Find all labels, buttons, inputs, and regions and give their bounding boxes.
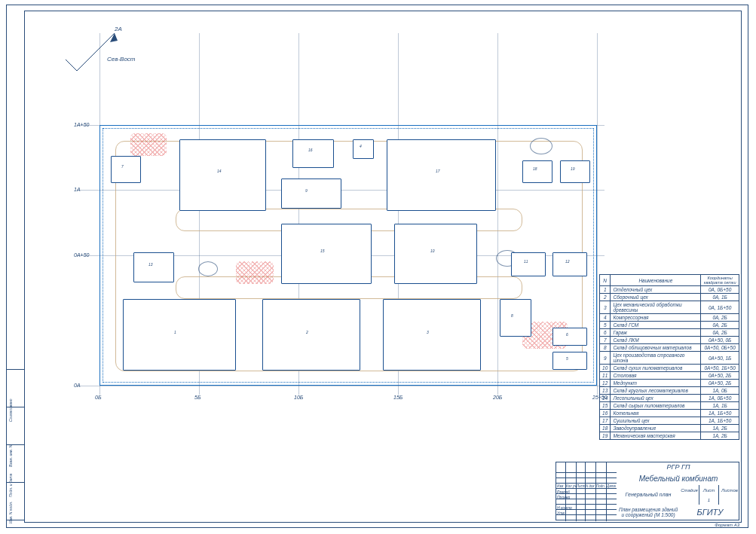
title-block-col-vals: 1 <box>680 495 740 505</box>
tree <box>198 261 218 276</box>
building-label: 14 <box>217 169 222 173</box>
building-label: 7 <box>121 165 124 169</box>
building-3 <box>383 299 481 371</box>
legend-cell-name: Сборочный цех <box>611 294 701 301</box>
building-label: 13 <box>148 263 153 267</box>
legend-cell-n: 19 <box>600 432 611 440</box>
tree <box>530 138 552 154</box>
legend-cell-name: Механическая мастерская <box>611 432 701 440</box>
legend-cell-name: Лесопильный цех <box>611 395 701 402</box>
margin-label: Инв. N подл. <box>8 502 13 523</box>
legend-row: 16Котельная1А, 1Б+50 <box>600 410 739 417</box>
legend-cell-n: 15 <box>600 402 611 410</box>
legend-row: 17Сушильный цех1А, 1Б+50 <box>600 417 739 425</box>
title-block-revisions: Изм Кол уч Лист N док Подп. Дата Разраб … <box>556 462 617 521</box>
legend-cell-n: 18 <box>600 425 611 432</box>
legend-cell-coord: 0А, 1Б+50 <box>701 301 739 314</box>
axis-label-v: 20Б <box>493 395 502 400</box>
legend-table: N Наименование Координаты квадрата сетки… <box>599 274 739 440</box>
legend-row: 9Цех производства строганого шпона0А+50,… <box>600 352 739 365</box>
legend-cell-n: 16 <box>600 410 611 417</box>
building-label: 15 <box>320 249 325 253</box>
building-label: 6 <box>566 333 568 337</box>
building-label: 4 <box>360 145 362 148</box>
legend-cell-name: Склад круглых лесоматериалов <box>611 387 701 395</box>
north-mark: 2А <box>115 26 122 32</box>
building-4 <box>353 139 374 159</box>
legend-cell-coord: 0А+50, 2Б <box>701 372 739 380</box>
axis-label-h: 1А+50 <box>74 122 89 127</box>
axis-label-v: 15Б <box>393 395 402 400</box>
vegetation <box>130 133 167 156</box>
building-2 <box>262 299 360 371</box>
legend-cell-coord: 0А+50, 1Б <box>701 352 739 365</box>
legend-cell-coord: 1А, 2Б <box>701 425 739 432</box>
legend-cell-n: 14 <box>600 395 611 402</box>
title-block: Изм Кол уч Лист N док Подп. Дата Разраб … <box>556 462 739 520</box>
legend-hdr-n: N <box>600 275 611 286</box>
legend-cell-name: Столовая <box>611 372 701 380</box>
svg-line-2 <box>66 60 77 71</box>
legend-cell-name: Компрессорная <box>611 314 701 322</box>
building-8 <box>500 299 531 337</box>
building-label: 10 <box>430 249 435 253</box>
legend-cell-n: 12 <box>600 380 611 387</box>
legend-cell-coord: 0А, 2Б <box>701 314 739 322</box>
legend-cell-name: Отделочный цех <box>611 286 701 294</box>
legend-row: 1Отделочный цех0А, 0Б+50 <box>600 286 739 294</box>
building-12 <box>552 252 587 276</box>
legend-row: 3Цех механической обработки древесины0А,… <box>600 301 739 314</box>
legend-row: 13Склад круглых лесоматериалов1А, 0Б <box>600 387 739 395</box>
building-16 <box>292 139 334 168</box>
building-label: 5 <box>566 357 568 361</box>
legend-row: 8Склад облицовочных материалов0А+50, 0Б+… <box>600 344 739 352</box>
legend-row: 18Заводоуправление1А, 2Б <box>600 425 739 432</box>
legend-row: 6Гараж0А, 2Б <box>600 329 739 337</box>
legend-cell-name: Заводоуправление <box>611 425 701 432</box>
axis-label-h: 0А <box>74 383 81 388</box>
margin-label: Взам. инв. N <box>8 445 13 467</box>
svg-line-0 <box>77 33 115 71</box>
legend-cell-name: Медпункт <box>611 380 701 387</box>
legend-row: 12Медпункт0А+50, 2Б <box>600 380 739 387</box>
title-block-project: Мебельный комбинат <box>617 473 740 485</box>
title-block-sheet-type: Генеральный план <box>617 485 680 505</box>
axis-label-h: 0А+50 <box>74 252 89 258</box>
legend-cell-name: Склад ГСМ <box>611 322 701 329</box>
legend-cell-n: 6 <box>600 329 611 337</box>
building-15 <box>281 224 372 284</box>
legend-row: 2Сборочный цех0А, 1Б <box>600 294 739 301</box>
legend-row: 10Склад сухих пиломатериалов0А+50, 1Б+50 <box>600 365 739 372</box>
building-9 <box>281 179 341 209</box>
legend-cell-name: Склад сухих пиломатериалов <box>611 365 701 372</box>
building-13 <box>133 252 174 282</box>
legend-cell-name: Цех производства строганого шпона <box>611 352 701 365</box>
legend-cell-coord: 0А, 2Б <box>701 329 739 337</box>
title-block-format: Формат А3 <box>715 523 739 527</box>
building-label: 1 <box>174 331 176 334</box>
building-5 <box>552 352 587 370</box>
building-7 <box>111 156 141 183</box>
legend-cell-coord: 1А, 1Б+50 <box>701 410 739 417</box>
legend-cell-name: Цех механической обработки древесины <box>611 301 701 314</box>
axis-label-v: 10Б <box>294 395 303 400</box>
building-10 <box>394 224 477 284</box>
building-label: 16 <box>308 148 313 152</box>
building-18 <box>522 160 552 183</box>
legend-cell-name: Склад сырых пиломатериалов <box>611 402 701 410</box>
vegetation <box>236 261 274 284</box>
legend-cell-coord: 0А+50, 2Б <box>701 380 739 387</box>
axis-label-h: 1А <box>74 187 81 192</box>
title-block-org: БГИТУ <box>680 505 740 521</box>
legend-cell-coord: 1А, 2Б <box>701 432 739 440</box>
building-6 <box>552 328 587 346</box>
legend-cell-coord: 1А, 1Б <box>701 402 739 410</box>
building-label: 12 <box>565 260 570 264</box>
legend-row: 19Механическая мастерская1А, 2Б <box>600 432 739 440</box>
title-block-subtitle: План размещения зданий и сооружений (М 1… <box>617 505 680 521</box>
legend-cell-n: 10 <box>600 365 611 372</box>
legend-row: 7Склад ЛКМ0А+50, 0Б <box>600 337 739 344</box>
legend-cell-coord: 0А+50, 0Б+50 <box>701 344 739 352</box>
site-boundary: 7 14 16 4 17 18 19 13 15 10 11 12 1 2 3 … <box>99 125 597 386</box>
building-label: 19 <box>571 167 575 171</box>
